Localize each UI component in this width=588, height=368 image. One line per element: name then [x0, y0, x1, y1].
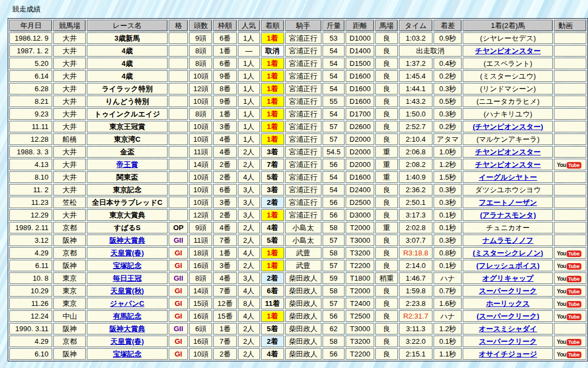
winner-horse-link[interactable]: スーパークリーク: [479, 337, 537, 345]
frame-cell: 12番: [213, 298, 236, 309]
race-cell: 4歳: [87, 45, 168, 57]
video-cell: [554, 96, 586, 107]
time-cell: 1:45.4: [399, 70, 433, 82]
frame-cell: 1番: [213, 45, 236, 57]
race-link[interactable]: 宝塚記念: [113, 350, 141, 358]
youtube-icon[interactable]: YouTube: [557, 288, 581, 295]
race-link[interactable]: 天皇賞(春): [110, 249, 144, 257]
column-header-jockey: 騎手: [285, 20, 321, 31]
date-cell: 1987. 1. 2: [9, 45, 52, 57]
popularity-cell: 1人: [238, 83, 260, 94]
weight-cell: 54: [323, 58, 345, 69]
race-link[interactable]: 阪神大賞典: [109, 236, 145, 244]
popularity-cell: 1人: [238, 58, 260, 69]
winner-horse-link[interactable]: スーパークリーク: [479, 287, 537, 295]
heads-cell: 10頭: [189, 184, 212, 196]
youtube-you-text: You: [557, 301, 566, 307]
distance-cell: T2200: [346, 348, 374, 360]
margin-cell: 0.2秒: [434, 70, 462, 82]
date-cell: 1989. 2.11: [9, 222, 52, 233]
race-cell: トゥインクルエイジ: [87, 108, 168, 120]
winner-horse-link[interactable]: チヤンピオンスター: [475, 160, 541, 169]
winner-horse-link[interactable]: オグリキャップ: [482, 274, 534, 282]
heads-cell: 6頭: [189, 323, 212, 334]
distance-cell: T3200: [346, 336, 374, 347]
youtube-icon[interactable]: YouTube: [557, 301, 581, 308]
winner-horse-link[interactable]: ホーリックス: [486, 299, 530, 308]
winner-horse-link[interactable]: オサイチジョージ: [479, 350, 537, 358]
race-link[interactable]: ジャパンC: [110, 299, 145, 308]
race-link[interactable]: 天皇賞(秋): [110, 287, 144, 295]
weight-cell: 54: [323, 108, 345, 120]
winner-horse-link[interactable]: オースミシャダイ: [479, 325, 537, 333]
course-cell: 阪神: [53, 260, 86, 271]
date-cell: 8.10: [9, 171, 52, 183]
race-link[interactable]: 阪神大賞典: [109, 325, 145, 333]
winner-cell: (チヤンピオンスター): [463, 121, 553, 132]
date-cell: 3.12: [9, 235, 52, 246]
winner-horse-link[interactable]: チヤンピオンスター: [475, 148, 541, 156]
frame-cell: 4番: [213, 272, 236, 284]
race-cell: 帝王賞: [87, 159, 168, 170]
winner-horse-link[interactable]: ナムラモノノフ: [482, 236, 534, 244]
winner-horse-link[interactable]: (ミスターシクレノン): [473, 249, 543, 257]
youtube-icon[interactable]: YouTube: [557, 339, 581, 345]
winner-horse-link[interactable]: (チヤンピオンスター): [473, 122, 543, 131]
course-cell: 東京: [53, 298, 86, 309]
youtube-icon[interactable]: YouTube: [557, 250, 581, 257]
race-cell: 阪神大賞典: [87, 323, 168, 334]
race-link[interactable]: 宝塚記念: [113, 261, 141, 270]
jockey-cell: 宮浦正行: [285, 133, 321, 145]
distance-cell: D2000: [346, 146, 374, 158]
race-link[interactable]: 毎日王冠: [113, 274, 141, 282]
jockey-cell: 宮浦正行: [285, 121, 321, 132]
race-link[interactable]: 有馬記念: [113, 312, 141, 320]
winner-cell: (リンドマシーン): [463, 83, 553, 94]
youtube-icon[interactable]: YouTube: [557, 352, 581, 358]
race-cell: すばるS: [87, 222, 168, 233]
winner-horse-link[interactable]: (アラナスモンタ): [480, 211, 536, 219]
race-cell: 天皇賞(春): [87, 336, 168, 347]
heads-cell: 14頭: [189, 159, 212, 170]
winner-horse-link[interactable]: チヤンピオンスター: [475, 47, 541, 55]
frame-cell: 1番: [213, 108, 236, 120]
winner-cell: オグリキャップ: [463, 272, 553, 284]
date-cell: 8.21: [9, 96, 52, 107]
grade-cell: [169, 171, 188, 183]
weight-cell: 56: [323, 348, 345, 360]
result-cell: 取消: [261, 45, 284, 57]
popularity-cell: 3人: [238, 209, 260, 221]
weight-cell: 57: [323, 298, 345, 309]
youtube-icon[interactable]: YouTube: [557, 276, 581, 282]
margin-cell: ハナ: [434, 272, 462, 284]
youtube-icon[interactable]: YouTube: [557, 314, 581, 320]
race-link[interactable]: 帝王賞: [117, 160, 138, 169]
time-cell: 2:52.7: [399, 121, 433, 132]
winner-horse-link[interactable]: フエートノーザン: [479, 198, 537, 207]
going-cell: 良: [375, 197, 397, 208]
popularity-cell: ―: [238, 45, 260, 57]
margin-cell: 1.2秒: [434, 323, 462, 334]
margin-cell: 0.1秒: [434, 209, 462, 221]
youtube-you-text: You: [557, 276, 566, 282]
winner-horse-link[interactable]: (スーパークリーク): [476, 312, 539, 320]
heads-cell: 8頭: [189, 272, 212, 284]
youtube-icon[interactable]: YouTube: [557, 263, 581, 270]
going-cell: 良: [375, 133, 397, 145]
youtube-tube-badge: Tube: [567, 339, 581, 345]
winner-horse-link[interactable]: (フレッシュボイス): [476, 261, 540, 270]
youtube-you-text: You: [557, 250, 566, 257]
frame-cell: 9番: [213, 96, 236, 107]
race-cell: 東京大賞典: [87, 209, 168, 221]
time-cell: 1:03.2: [399, 32, 433, 44]
margin-cell: ハナ: [434, 310, 462, 322]
time-cell: 2:36.2: [399, 184, 433, 196]
grade-cell: [169, 58, 188, 69]
course-cell: 東京: [53, 272, 86, 284]
race-link[interactable]: 天皇賞(春): [110, 337, 144, 345]
winner-horse-link[interactable]: イーグルシヤトー: [479, 173, 537, 181]
date-cell: 12.28: [9, 133, 52, 145]
date-cell: 11. 2: [9, 184, 52, 196]
winner-cell: フエートノーザン: [463, 197, 553, 208]
youtube-icon[interactable]: YouTube: [557, 162, 581, 169]
